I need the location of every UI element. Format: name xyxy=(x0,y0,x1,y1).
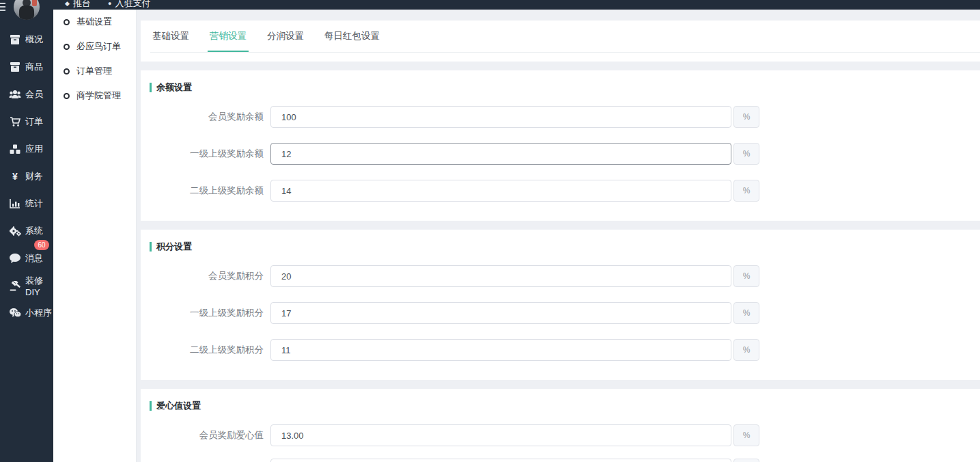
section-accent-bar xyxy=(150,83,152,92)
sidebar-item-stats[interactable]: 统计 xyxy=(0,190,53,217)
sidebar-item-goods[interactable]: 商品 xyxy=(0,53,53,81)
field-row-level1-reward-points: 一级上级奖励积分 % xyxy=(141,302,980,324)
submenu-item-biyingniao-orders[interactable]: 必应鸟订单 xyxy=(53,34,136,59)
radio-circle-icon xyxy=(64,19,70,25)
topnav-item-2[interactable]: ● 入驻支付 xyxy=(108,0,150,10)
sidebar-item-label: 概况 xyxy=(25,33,43,46)
submenu-item-label: 商学院管理 xyxy=(76,90,121,102)
sidebar-item-label: 装修DIY xyxy=(25,275,53,297)
goods-icon xyxy=(9,62,21,72)
field-row-member-reward-balance: 会员奖励余额 % xyxy=(141,106,980,128)
field-label: 一级上级奖励积分 xyxy=(141,307,264,319)
main-sidebar: 概况 商品 会员 订单 应用 xyxy=(0,0,53,462)
submenu-item-academy-management[interactable]: 商学院管理 xyxy=(53,83,136,108)
submenu-item-order-management[interactable]: 订单管理 xyxy=(53,59,136,83)
chat-bubble-icon xyxy=(9,253,21,264)
settings-tabs-card: 基础设置 营销设置 分润设置 每日红包设置 xyxy=(141,21,980,62)
overview-icon xyxy=(9,34,21,45)
submenu-item-basic-settings[interactable]: 基础设置 xyxy=(53,10,136,34)
tab-daily-redpacket-settings[interactable]: 每日红包设置 xyxy=(322,30,382,52)
sidebar-item-members[interactable]: 会员 xyxy=(0,81,53,108)
level1-reward-points-input[interactable] xyxy=(270,302,731,324)
sidebar-item-miniprogram[interactable]: 小程序 xyxy=(0,299,53,327)
percent-addon: % xyxy=(733,339,759,361)
balance-settings-section: 余额设置 会员奖励余额 % 一级上级奖励余额 % 二级上级奖励余额 % xyxy=(141,70,980,221)
percent-addon: % xyxy=(733,265,759,287)
section-header: 余额设置 xyxy=(141,82,980,92)
radio-circle-icon xyxy=(64,68,70,74)
secondary-sidebar: 基础设置 必应鸟订单 订单管理 商学院管理 xyxy=(53,10,137,462)
sidebar-item-label: 系统 xyxy=(25,225,43,237)
member-reward-points-input[interactable] xyxy=(270,265,731,287)
cart-icon xyxy=(9,116,21,127)
section-title: 爱心值设置 xyxy=(156,400,201,412)
section-title: 余额设置 xyxy=(156,81,192,94)
tab-basic-settings[interactable]: 基础设置 xyxy=(150,30,191,52)
sidebar-item-label: 订单 xyxy=(25,116,43,128)
wechat-icon xyxy=(9,308,21,318)
gavel-icon xyxy=(9,280,21,291)
field-label: 会员奖励余额 xyxy=(141,111,264,123)
partial-input[interactable] xyxy=(270,459,731,462)
radio-circle-icon xyxy=(64,44,70,50)
field-label: 会员奖励爱心值 xyxy=(141,429,264,441)
tab-marketing-settings[interactable]: 营销设置 xyxy=(208,30,249,52)
percent-addon: % xyxy=(733,106,759,128)
member-reward-love-input[interactable] xyxy=(270,424,731,446)
section-header: 积分设置 xyxy=(141,241,980,252)
field-row-level1-reward-balance: 一级上级奖励余额 % xyxy=(141,143,980,165)
radio-circle-icon xyxy=(64,93,70,99)
diamond-icon: ◆ xyxy=(65,0,70,7)
percent-addon xyxy=(733,459,759,462)
yen-icon: ¥ xyxy=(9,171,21,182)
sidebar-item-overview[interactable]: 概况 xyxy=(0,26,53,53)
section-header: 爱心值设置 xyxy=(141,400,980,411)
field-row-level2-reward-balance: 二级上级奖励余额 % xyxy=(141,180,980,202)
messages-badge: 60 xyxy=(34,240,49,250)
love-value-settings-section: 爱心值设置 会员奖励爱心值 % xyxy=(141,389,980,462)
level2-reward-points-input[interactable] xyxy=(270,339,731,361)
topnav-item-label: 推台 xyxy=(73,0,91,10)
percent-addon: % xyxy=(733,302,759,324)
members-icon xyxy=(9,89,21,100)
submenu-item-label: 订单管理 xyxy=(76,65,112,77)
member-reward-balance-input[interactable] xyxy=(270,106,731,128)
tab-bar: 基础设置 营销设置 分润设置 每日红包设置 xyxy=(150,30,980,53)
cubes-icon xyxy=(9,144,21,154)
section-accent-bar xyxy=(150,242,152,252)
gears-icon xyxy=(9,226,21,236)
sidebar-item-label: 会员 xyxy=(25,88,43,100)
field-row-partial xyxy=(141,459,980,462)
sidebar-item-label: 消息 xyxy=(25,252,43,264)
sidebar-item-label: 商品 xyxy=(25,61,43,73)
sidebar-item-label: 财务 xyxy=(25,170,43,182)
submenu-item-label: 基础设置 xyxy=(76,16,112,28)
sidebar-item-orders[interactable]: 订单 xyxy=(0,108,53,135)
field-row-level2-reward-points: 二级上级奖励积分 % xyxy=(141,339,980,361)
submenu-item-label: 必应鸟订单 xyxy=(76,40,121,53)
field-label: 会员奖励积分 xyxy=(141,270,264,282)
sidebar-item-finance[interactable]: ¥ 财务 xyxy=(0,163,53,190)
sidebar-item-messages[interactable]: 60 消息 xyxy=(0,245,53,272)
topnav-item-1[interactable]: ◆ 推台 xyxy=(65,0,91,10)
hamburger-menu-icon[interactable] xyxy=(0,3,5,13)
sidebar-item-label: 小程序 xyxy=(25,307,52,319)
sidebar-item-apps[interactable]: 应用 xyxy=(0,135,53,163)
sidebar-menu: 概况 商品 会员 订单 应用 xyxy=(0,26,53,327)
level2-reward-balance-input[interactable] xyxy=(270,180,731,202)
admin-app: ◆ 推台 ● 入驻支付 概况 商品 会员 xyxy=(0,0,980,462)
top-navbar: ◆ 推台 ● 入驻支付 xyxy=(0,0,980,10)
percent-addon: % xyxy=(733,180,759,202)
main-content: 基础设置 营销设置 分润设置 每日红包设置 余额设置 会员奖励余额 % 一级上级… xyxy=(137,10,980,462)
section-accent-bar xyxy=(150,401,152,411)
field-label: 二级上级奖励余额 xyxy=(141,185,264,197)
tab-profit-settings[interactable]: 分润设置 xyxy=(265,30,306,52)
field-label: 一级上级奖励余额 xyxy=(141,148,264,160)
percent-addon: % xyxy=(733,424,759,446)
points-settings-section: 积分设置 会员奖励积分 % 一级上级奖励积分 % 二级上级奖励积分 % xyxy=(141,230,980,380)
section-title: 积分设置 xyxy=(156,241,192,253)
bar-chart-icon xyxy=(9,198,21,209)
user-avatar[interactable] xyxy=(14,0,40,20)
level1-reward-balance-input[interactable] xyxy=(270,143,731,165)
sidebar-item-decorate-diy[interactable]: 装修DIY xyxy=(0,272,53,299)
